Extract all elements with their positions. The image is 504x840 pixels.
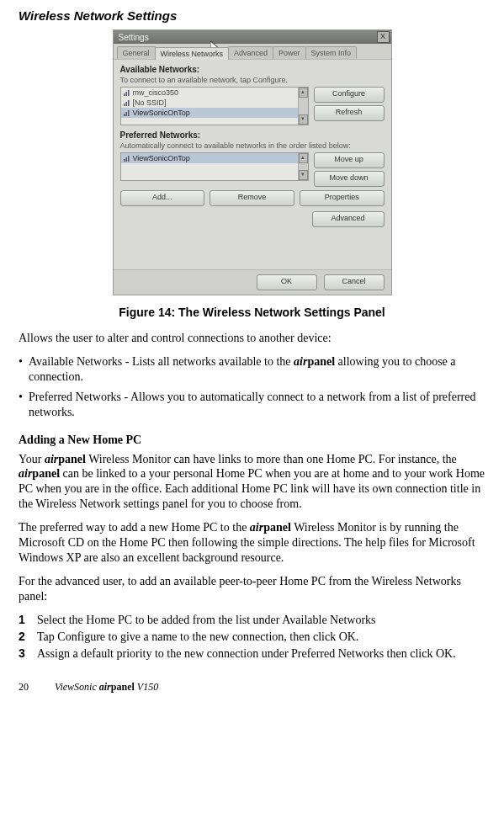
available-networks-sub: To connect to an available network, tap … [120,76,385,84]
list-item-label: ViewSonicOnTop [133,109,190,117]
available-networks-title: Available Networks: [120,65,385,74]
available-networks-group: Available Networks: To connect to an ava… [120,65,385,125]
remove-button[interactable]: Remove [210,190,294,206]
bullet-item: Preferred Networks - Allows you to autom… [19,390,485,420]
svg-rect-3 [128,90,130,96]
num-item: 2Tap Configure to give a name to the new… [19,630,485,645]
tab-general[interactable]: General [117,46,156,59]
figure-caption: Figure 14: The Wireless Network Settings… [19,306,485,319]
italic-text: air [19,467,32,480]
italic-text: air [99,681,111,693]
tab-wireless-networks[interactable]: Wireless Networks [155,47,230,60]
bold-text: panel [111,681,135,693]
titlebar: Settings X [114,30,391,44]
svg-rect-4 [124,104,125,106]
move-up-button[interactable]: Move up [314,152,385,168]
signal-icon [124,99,130,106]
svg-rect-12 [128,156,130,162]
svg-rect-1 [124,93,125,96]
bold-text: panel [307,355,335,368]
signal-icon [124,109,130,116]
svg-rect-5 [125,102,127,106]
text: Available Networks - Lists all networks … [29,355,294,368]
paragraph: Your airpanel Wireless Monitor can have … [19,452,485,513]
list-item[interactable]: ViewSonicOnTop [121,153,308,163]
step-text: Tap Configure to give a name to the new … [37,630,485,645]
text: Wireless Monitor can have links to more … [86,453,457,465]
paragraph: For the advanced user, to add an availab… [19,574,485,604]
subheading: Adding a New Home PC [19,433,485,447]
numbered-list: 1Select the Home PC to be added from the… [19,613,485,662]
move-down-button[interactable]: Move down [314,171,385,187]
cancel-button[interactable]: Cancel [324,274,385,290]
window-title: Settings [119,33,149,42]
svg-rect-8 [125,112,127,116]
advanced-button[interactable]: Advanced [312,211,385,227]
footer-model: V150 [135,681,158,693]
signal-icon [124,155,130,162]
italic-text: air [294,355,307,368]
configure-button[interactable]: Configure [314,87,385,103]
svg-rect-9 [128,110,130,116]
tab-bar: General Wireless Networks Advanced Power… [114,44,391,60]
list-item-label: ViewSonicOnTop [133,154,190,162]
list-item[interactable]: [No SSID] [121,98,308,108]
list-item[interactable]: mw_cisco350 [121,88,308,98]
scroll-down-icon[interactable]: ▾ [299,114,308,125]
preferred-networks-sub: Automatically connect to available netwo… [120,141,385,150]
scrollbar[interactable]: ▴▾ [298,88,308,125]
tab-power[interactable]: Power [273,46,306,59]
preferred-networks-group: Preferred Networks: Automatically connec… [120,130,385,206]
properties-button[interactable]: Properties [300,190,385,206]
step-number: 1 [19,613,37,628]
text: The preferred way to add a new Home PC t… [19,521,250,534]
step-number: 2 [19,630,37,645]
tab-system-info[interactable]: System Info [305,46,358,59]
italic-text: air [250,521,263,534]
preferred-networks-list[interactable]: ViewSonicOnTop ▴▾ [120,152,309,181]
step-number: 3 [19,646,37,662]
svg-rect-2 [125,92,127,96]
step-text: Select the Home PC to be added from the … [37,613,485,628]
svg-rect-10 [124,159,125,162]
scroll-up-icon[interactable]: ▴ [299,88,308,98]
bold-text: panel [263,521,291,534]
paragraph: The preferred way to add a new Home PC t… [19,520,485,566]
list-item-label: [No SSID] [133,98,167,107]
intro-text: Allows the user to alter and control con… [19,331,485,346]
close-icon[interactable]: X [377,31,390,43]
bullet-item: Available Networks - Lists all networks … [19,354,485,385]
settings-window: Settings X General Wireless Networks Adv… [113,29,392,295]
signal-icon [124,89,130,96]
step-text: Assign a default priority to the new con… [37,646,485,662]
list-item-label: mw_cisco350 [133,88,179,97]
scrollbar[interactable]: ▴▾ [298,153,308,180]
bold-text: panel [32,467,60,480]
scroll-up-icon[interactable]: ▴ [299,153,308,163]
list-item[interactable]: ViewSonicOnTop [121,108,308,118]
bold-text: panel [58,453,86,465]
num-item: 1Select the Home PC to be added from the… [19,613,485,628]
page-footer: 20 ViewSonic airpanel V150 [19,681,485,694]
footer-brand: ViewSonic [55,681,99,693]
italic-text: air [45,453,58,465]
svg-rect-11 [125,157,127,162]
text: can be linked to a your personal Home PC… [19,467,485,510]
page-number: 20 [19,681,29,693]
refresh-button[interactable]: Refresh [314,105,385,121]
scroll-down-icon[interactable]: ▾ [299,170,308,180]
bullet-list: Available Networks - Lists all networks … [19,354,485,420]
available-networks-list[interactable]: mw_cisco350 [No SSID] ViewSonicOnTop ▴▾ [120,87,309,125]
page-heading: Wireless Network Settings [19,8,485,23]
text: Your [19,453,45,465]
add-button[interactable]: Add... [120,190,205,206]
preferred-networks-title: Preferred Networks: [120,130,385,140]
num-item: 3Assign a default priority to the new co… [19,646,485,662]
tab-advanced[interactable]: Advanced [228,46,273,59]
ok-button[interactable]: OK [257,274,317,290]
svg-rect-6 [128,100,130,106]
svg-rect-7 [124,114,125,116]
